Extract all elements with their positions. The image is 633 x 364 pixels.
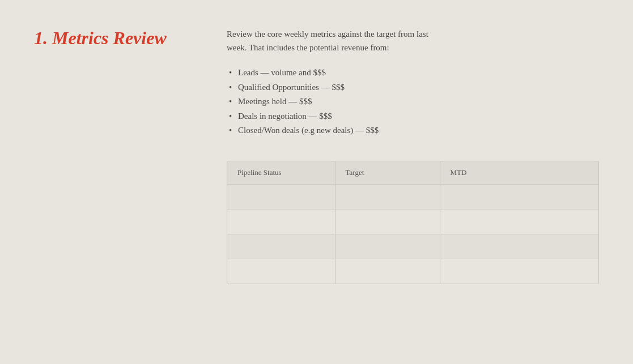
cell-target (335, 234, 440, 259)
cell-target (335, 259, 440, 284)
cell-mtd (440, 209, 598, 234)
column-header-pipeline-status: Pipeline Status (227, 161, 335, 185)
list-item: Qualified Opportunities — $$$ (227, 80, 599, 95)
page-container: 1. Metrics Review Review the core weekly… (0, 0, 633, 364)
right-panel: Review the core weekly metrics against t… (215, 27, 599, 337)
column-header-mtd: MTD (440, 161, 598, 185)
bullet-list: Leads — volume and $$$ Qualified Opportu… (227, 66, 599, 138)
table-row (227, 209, 598, 234)
list-item: Deals in negotiation — $$$ (227, 109, 599, 124)
list-item: Closed/Won deals (e.g new deals) — $$$ (227, 123, 599, 138)
left-panel: 1. Metrics Review (34, 27, 215, 337)
cell-pipeline (227, 234, 335, 259)
cell-pipeline (227, 259, 335, 284)
table-row (227, 234, 598, 259)
column-header-target: Target (335, 161, 440, 185)
table-header-row: Pipeline Status Target MTD (227, 161, 598, 185)
table-row (227, 259, 598, 284)
metrics-table-container: Pipeline Status Target MTD (227, 161, 599, 285)
cell-mtd (440, 234, 598, 259)
list-item: Leads — volume and $$$ (227, 66, 599, 80)
cell-pipeline (227, 209, 335, 234)
intro-text: Review the core weekly metrics against t… (227, 27, 599, 54)
page-title: 1. Metrics Review (34, 27, 193, 49)
cell-mtd (440, 184, 598, 209)
cell-target (335, 184, 440, 209)
list-item: Meetings held — $$$ (227, 95, 599, 109)
cell-mtd (440, 259, 598, 284)
table-row (227, 184, 598, 209)
cell-target (335, 209, 440, 234)
cell-pipeline (227, 184, 335, 209)
metrics-table: Pipeline Status Target MTD (227, 161, 598, 284)
